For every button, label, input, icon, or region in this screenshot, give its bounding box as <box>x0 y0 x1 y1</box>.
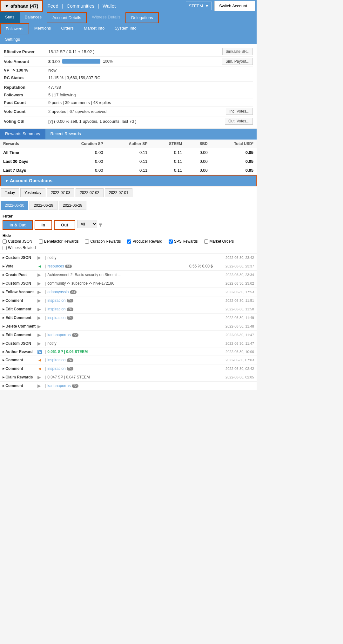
vp-row: VP ~> 100 % Now <box>4 66 253 74</box>
filter-in-out-button[interactable]: In & Out <box>3 220 33 230</box>
op-time: 2022-06-30, 07:03 <box>213 358 254 362</box>
op-sep: | <box>45 366 46 371</box>
op-arrow-icon: ◄ <box>37 366 45 371</box>
rewards-row-total: 0.05 <box>211 166 257 175</box>
switch-account-button[interactable]: Switch Account... <box>214 1 255 11</box>
feed-link[interactable]: Feed <box>48 3 58 9</box>
date-2022-07-02[interactable]: 2022-07-02 <box>76 188 103 197</box>
hide-curation-rewards[interactable]: Curation Rewards <box>85 239 121 244</box>
col-steem: STEEM <box>151 140 185 148</box>
simulate-sp-button[interactable]: Simulate SP... <box>222 48 253 55</box>
op-arrow-icon: ▶ <box>37 289 45 294</box>
vote-dollar: $ 0.00 <box>48 59 60 64</box>
op-arrow-icon: W <box>37 350 45 354</box>
tab-witness-details[interactable]: Witness Details <box>87 12 125 23</box>
out-votes-button[interactable]: Out. Votes... <box>225 118 253 125</box>
rewards-row-total: 0.05 <box>211 148 257 157</box>
operation-row: ▸ Comment ▶ | karianaporras72 <box>0 382 257 390</box>
date-yesterday[interactable]: Yesterday <box>20 188 45 197</box>
tab-market-info[interactable]: Market Info <box>79 23 110 34</box>
date-2022-07-03[interactable]: 2022-07-03 <box>47 188 74 197</box>
tab-delegations[interactable]: Delegations <box>125 12 159 23</box>
tab-system-info[interactable]: System Info <box>110 23 142 34</box>
rc-status-row: RC Status 11.15 % | 3,660,159,807 RC <box>4 74 253 82</box>
vote-count-label: Vote Count <box>4 109 48 114</box>
date-2022-07-01[interactable]: 2022-07-01 <box>105 188 132 197</box>
op-type[interactable]: ▸ Claim Rewards <box>3 375 37 379</box>
hide-sps-rewards[interactable]: SPS Rewards <box>169 239 198 244</box>
filter-in-button[interactable]: In <box>35 220 52 230</box>
op-type[interactable]: ▸ Vote <box>3 264 37 268</box>
op-type[interactable]: ▸ Author Reward <box>3 350 37 354</box>
tab-account-details[interactable]: Account Details <box>47 12 87 23</box>
op-type[interactable]: ▸ Edit Comment <box>3 307 37 311</box>
op-sep: | <box>45 350 46 354</box>
filter-dropdown[interactable]: All <box>77 220 97 228</box>
hide-benefactor-rewards-checkbox[interactable] <box>39 239 43 244</box>
vote-amount-row: Vote Amount $ 0.00 100% Sim. Payout... <box>4 57 253 66</box>
date-2022-06-30[interactable]: 2022-06-30 <box>1 201 28 210</box>
tab-mentions[interactable]: Mentions <box>29 23 56 34</box>
hide-sps-rewards-checkbox[interactable] <box>169 239 173 244</box>
date-2022-06-28[interactable]: 2022-06-28 <box>59 201 86 210</box>
op-type[interactable]: ▸ Edit Comment <box>3 333 37 337</box>
operation-row: ▸ Custom JSON ▶ | notify 2022-06-30, 11:… <box>0 339 257 348</box>
op-sep: | <box>45 315 46 320</box>
followers-row: Followers 5 | 17 following <box>4 91 253 99</box>
op-detail: resources44 <box>47 264 187 268</box>
voting-csi-row: Voting CSI [?] ( 0.00 % self, 1 upvotes,… <box>4 116 253 126</box>
account-button[interactable]: ▼ afshaan (47) <box>0 0 43 12</box>
op-arrow-icon: ▶ <box>37 272 45 277</box>
rewards-row-label: All Time <box>0 148 56 157</box>
op-type[interactable]: ▸ Follow Account <box>3 290 37 294</box>
op-detail: karianaporras72 <box>47 384 213 388</box>
op-time: 2022-06-30, 11:49 <box>213 316 254 320</box>
op-detail: inspiracion74 <box>47 315 213 320</box>
hide-witness-related-checkbox[interactable] <box>3 246 7 250</box>
wallet-link[interactable]: Wallet <box>103 3 116 9</box>
hide-producer-reward-checkbox[interactable] <box>127 239 131 244</box>
op-sep: | <box>45 333 46 337</box>
op-arrow-icon: ▶ <box>37 324 45 329</box>
op-type[interactable]: ▸ Custom JSON <box>3 341 37 346</box>
operation-row: ▸ Comment ◄ | inspiracion74 2022-06-30, … <box>0 364 257 373</box>
inc-votes-button[interactable]: Inc. Votes... <box>226 108 253 115</box>
op-type[interactable]: ▸ Custom JSON <box>3 255 37 260</box>
op-type[interactable]: ▸ Comment <box>3 384 37 388</box>
op-type[interactable]: ▸ Comment <box>3 298 37 303</box>
sim-payout-button[interactable]: Sim. Payout... <box>222 58 253 65</box>
op-type[interactable]: ▸ Comment <box>3 366 37 371</box>
op-type[interactable]: ▸ Delete Comment <box>3 324 37 329</box>
hide-benefactor-rewards[interactable]: Benefactor Rewards <box>39 239 79 244</box>
filter-out-button[interactable]: Out <box>54 220 75 230</box>
op-sep: | <box>45 273 46 277</box>
tab-settings[interactable]: Settings <box>0 34 25 44</box>
tab-stats[interactable]: Stats <box>0 12 20 23</box>
recent-rewards-tab[interactable]: Recent Rewards <box>45 129 86 139</box>
steem-dropdown[interactable]: STEEM ▼ <box>186 2 212 10</box>
hide-custom-json[interactable]: Custom JSON <box>3 239 32 244</box>
reputation-row: Reputation 47.738 <box>4 84 253 91</box>
hide-witness-related[interactable]: Witness Related <box>3 246 36 250</box>
op-type[interactable]: ▸ Comment <box>3 358 37 362</box>
date-today[interactable]: Today <box>1 188 19 197</box>
op-arrow-icon: ▶ <box>37 341 45 346</box>
communities-link[interactable]: Communities <box>67 3 95 9</box>
hide-market-orders-checkbox[interactable] <box>204 239 208 244</box>
tab-followers[interactable]: Followers <box>0 23 29 34</box>
hide-custom-json-checkbox[interactable] <box>3 239 7 244</box>
op-type[interactable]: ▸ Custom JSON <box>3 281 37 286</box>
hide-curation-rewards-checkbox[interactable] <box>85 239 89 244</box>
hide-producer-reward[interactable]: Producer Reward <box>127 239 162 244</box>
op-type[interactable]: ▸ Create Post <box>3 273 37 277</box>
hide-market-orders[interactable]: Market Orders <box>204 239 234 244</box>
tab-orders[interactable]: Orders <box>56 23 79 34</box>
tab-balances[interactable]: Balances <box>20 12 47 23</box>
op-type[interactable]: ▸ Edit Comment <box>3 315 37 320</box>
stats-content: Effective Power 15.12 SP ( 0.11 + 15.02 … <box>0 44 257 129</box>
date-2022-06-29[interactable]: 2022-06-29 <box>30 201 57 210</box>
voting-csi-actions: Out. Votes... <box>225 118 253 125</box>
account-operations-header: ▼ Account Operations <box>0 175 257 186</box>
rewards-summary-tab[interactable]: Rewards Summary <box>0 129 45 139</box>
op-detail: notify <box>47 341 213 346</box>
